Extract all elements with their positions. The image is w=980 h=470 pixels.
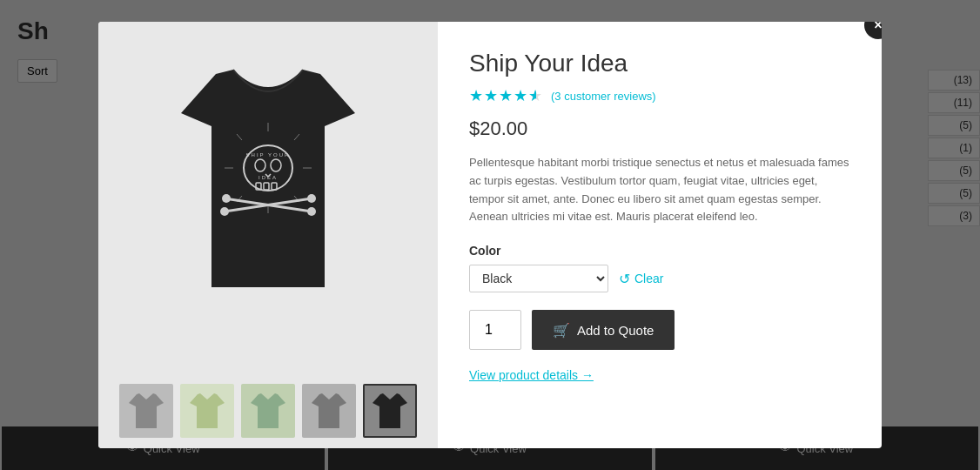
star-half: ★ ★ [528, 86, 544, 105]
color-label: Color [469, 244, 850, 258]
star-2: ★ [484, 86, 498, 105]
refresh-icon: ↺ [619, 271, 630, 287]
add-to-quote-row: 🛒 Add to Quote [469, 310, 850, 350]
color-select[interactable]: Black White Gray Green [469, 265, 608, 292]
modal-details-panel: Ship Your Idea ★ ★ ★ ★ ★ ★ (3 customer r… [438, 22, 882, 448]
clear-label: Clear [634, 272, 663, 285]
main-product-image: SHIP YOUR IDEA [155, 39, 381, 318]
modal-overlay: × [0, 0, 980, 470]
product-price: $20.00 [469, 118, 850, 140]
rating-row: ★ ★ ★ ★ ★ ★ (3 customer reviews) [469, 86, 850, 105]
add-to-quote-label: Add to Quote [577, 323, 654, 338]
svg-point-10 [307, 194, 316, 203]
color-row: Black White Gray Green ↺ Clear [469, 265, 850, 292]
star-3: ★ [499, 86, 513, 105]
clear-button[interactable]: ↺ Clear [619, 271, 663, 287]
thumbnail-medium-green[interactable] [241, 384, 295, 438]
thumbnail-light-green[interactable] [180, 384, 234, 438]
svg-point-8 [222, 194, 231, 203]
svg-text:IDEA: IDEA [258, 175, 278, 180]
view-details-link[interactable]: View product details → [469, 368, 594, 382]
product-title: Ship Your Idea [469, 50, 850, 77]
star-1: ★ [469, 86, 483, 105]
product-modal: × [98, 22, 882, 448]
thumbnail-black[interactable] [363, 384, 417, 438]
svg-point-2 [271, 159, 281, 171]
star-4: ★ [513, 86, 527, 105]
cart-icon: 🛒 [553, 322, 570, 339]
quantity-input[interactable] [469, 310, 521, 350]
svg-point-9 [220, 207, 229, 216]
star-rating: ★ ★ ★ ★ ★ ★ [469, 86, 544, 105]
thumbnail-gray[interactable] [119, 384, 173, 438]
svg-text:SHIP YOUR: SHIP YOUR [246, 152, 291, 158]
svg-point-1 [255, 159, 265, 171]
thumbnail-dark-gray[interactable] [302, 384, 356, 438]
product-description: Pellentesque habitant morbi tristique se… [469, 154, 850, 226]
reviews-link[interactable]: (3 customer reviews) [551, 90, 656, 103]
thumbnail-row [119, 384, 417, 438]
product-image-svg: SHIP YOUR IDEA [164, 48, 373, 309]
modal-image-panel: SHIP YOUR IDEA [98, 22, 438, 448]
add-to-quote-button[interactable]: 🛒 Add to Quote [532, 310, 675, 350]
svg-point-11 [307, 207, 316, 216]
